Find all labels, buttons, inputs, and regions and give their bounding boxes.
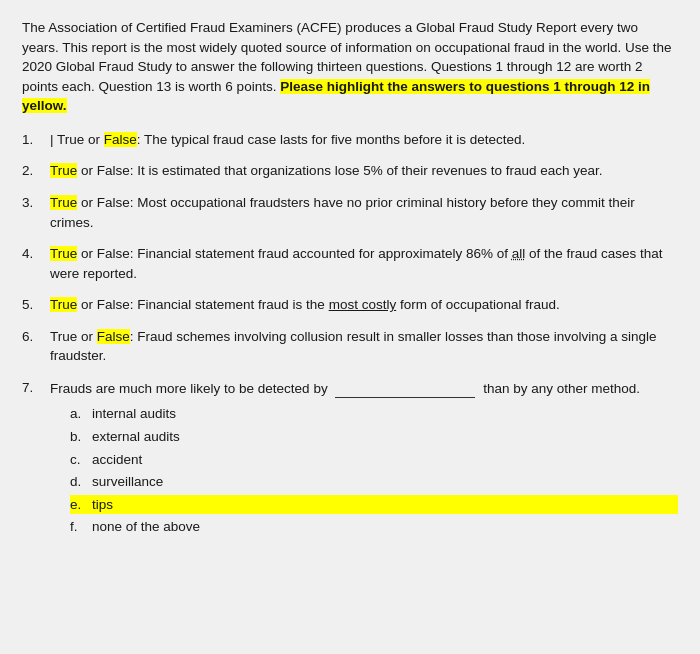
q5-text: True or False: Financial statement fraud… [50,295,678,315]
q7-main: Frauds are much more likely to be detect… [50,378,678,399]
q7-blank [335,378,475,399]
q7-label-c: c. [70,450,92,470]
q6-text: True or False: Fraud schemes involving c… [50,327,678,366]
question-7: 7. Frauds are much more likely to be det… [22,378,678,540]
q1-highlight: False [104,132,137,147]
q7-option-b: b. external audits [50,427,678,447]
page-content: The Association of Certified Fraud Exami… [22,18,678,540]
q7-number: 7. [22,378,50,398]
q7-option-a: a. internal audits [50,404,678,424]
q7-text-f: none of the above [92,517,678,537]
q7-sub-list: a. internal audits b. external audits c.… [50,404,678,536]
q5-number: 5. [22,295,50,315]
q1-part1: True or [57,132,104,147]
q7-text-b: external audits [92,427,678,447]
q7-option-f: f. none of the above [50,517,678,537]
q1-text: | True or False: The typical fraud case … [50,130,678,150]
q7-label-e: e. [70,495,92,515]
q2-highlight: True [50,163,77,178]
q1-cursor-indicator: | [50,132,54,147]
q7-label-d: d. [70,472,92,492]
question-2: 2. True or False: It is estimated that o… [22,161,678,181]
q5-rest: or False: Financial statement fraud is t… [77,297,559,312]
q1-number: 1. [22,130,50,150]
q3-highlight: True [50,195,77,210]
q7-option-e: e. tips [50,495,678,515]
question-1: 1. | True or False: The typical fraud ca… [22,130,678,150]
q6-rest: : Fraud schemes involving collusion resu… [50,329,657,364]
question-6: 6. True or False: Fraud schemes involvin… [22,327,678,366]
q3-number: 3. [22,193,50,213]
q2-rest: or False: It is estimated that organizat… [77,163,602,178]
question-4: 4. True or False: Financial statement fr… [22,244,678,283]
q7-text-e: tips [92,495,678,515]
q3-text: True or False: Most occupational fraudst… [50,193,678,232]
q2-text: True or False: It is estimated that orga… [50,161,678,181]
q7-part2: than by any other method. [479,381,640,396]
q7-text-a: internal audits [92,404,678,424]
q4-text: True or False: Financial statement fraud… [50,244,678,283]
q7-option-c: c. accident [50,450,678,470]
q7-label-f: f. [70,517,92,537]
q4-number: 4. [22,244,50,264]
question-3: 3. True or False: Most occupational frau… [22,193,678,232]
q7-part1: Frauds are much more likely to be detect… [50,381,331,396]
q3-rest: or False: Most occupational fraudsters h… [50,195,635,230]
q7-option-d: d. surveillance [50,472,678,492]
q7-text-d: surveillance [92,472,678,492]
q6-number: 6. [22,327,50,347]
q7-text-c: accident [92,450,678,470]
question-5: 5. True or False: Financial statement fr… [22,295,678,315]
intro-paragraph: The Association of Certified Fraud Exami… [22,18,678,116]
q6-highlight: False [97,329,130,344]
q6-part1: True or [50,329,97,344]
q7-text: Frauds are much more likely to be detect… [50,378,678,540]
q4-rest: or False: Financial statement fraud acco… [50,246,663,281]
q7-label-b: b. [70,427,92,447]
q4-highlight: True [50,246,77,261]
questions-list: 1. | True or False: The typical fraud ca… [22,130,678,540]
q2-number: 2. [22,161,50,181]
q1-part2: : The typical fraud case lasts for five … [137,132,525,147]
q5-highlight: True [50,297,77,312]
q7-label-a: a. [70,404,92,424]
